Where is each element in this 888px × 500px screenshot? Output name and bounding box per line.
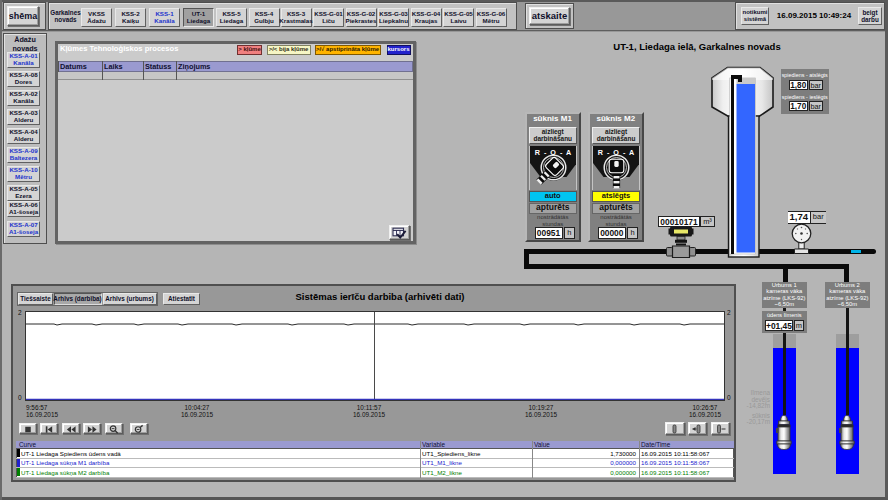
svg-text:R - O - A: R - O - A [534, 147, 571, 156]
svg-text:R - O - A: R - O - A [598, 147, 635, 156]
